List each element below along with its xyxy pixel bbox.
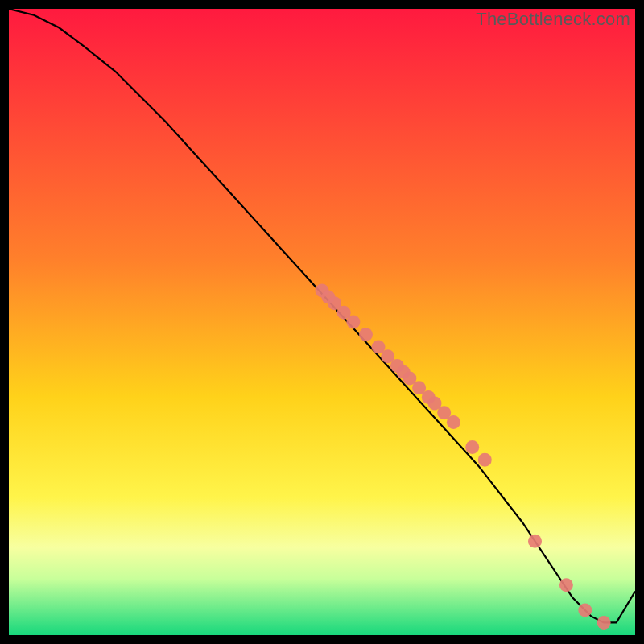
watermark-text: TheBottleneck.com xyxy=(476,9,630,30)
data-point xyxy=(478,453,492,467)
data-point xyxy=(528,535,542,548)
bottleneck-chart xyxy=(9,9,635,635)
data-point xyxy=(578,603,592,617)
data-point xyxy=(447,415,460,429)
chart-frame: TheBottleneck.com xyxy=(9,9,635,635)
data-point xyxy=(465,440,479,454)
data-point xyxy=(559,578,573,592)
data-point xyxy=(597,616,611,630)
data-point xyxy=(346,316,360,329)
data-point xyxy=(359,328,373,341)
